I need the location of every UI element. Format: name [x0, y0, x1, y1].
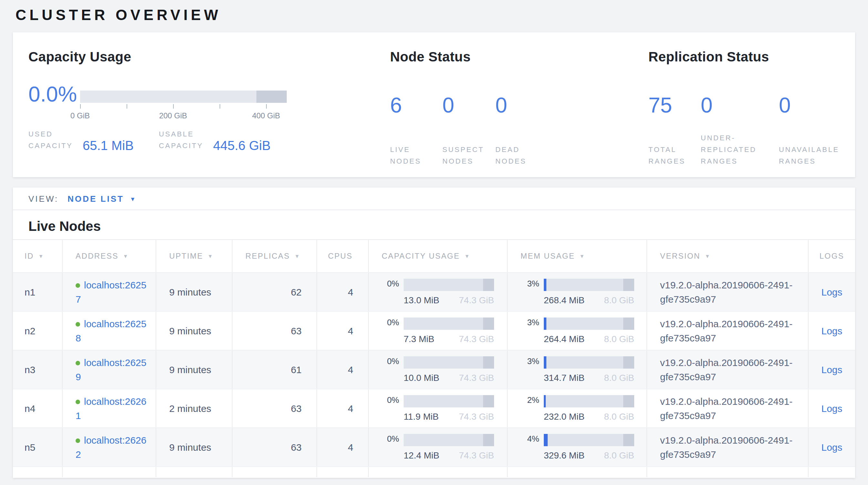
usable-capacity-value: 445.6 GiB [213, 139, 271, 152]
table-row: n5 localhost:26262 9 minutes 63 4 0% 12.… [13, 427, 855, 466]
used-capacity-stat: USED CAPACITY 65.1 MiB [28, 128, 134, 151]
node-replicas: 63 [232, 312, 317, 350]
logs-link[interactable]: Logs [821, 325, 842, 336]
total-ranges-label: TOTAL RANGES [648, 144, 686, 167]
node-replicas: 63 [232, 389, 317, 427]
node-replicas: 63 [232, 428, 317, 466]
capacity-bar-other-segment [256, 90, 287, 103]
column-header-uptime[interactable]: UPTIME▼ [156, 240, 232, 272]
view-selector-dropdown[interactable]: NODE LIST ▼ [67, 194, 135, 203]
column-header-cpus: CPUS [317, 240, 369, 272]
capacity-usage-bar [80, 90, 287, 103]
table-header-row: ID▼ ADDRESS▼ UPTIME▼ REPLICAS▼ CPUS CAPA… [13, 239, 855, 272]
node-version: v19.2.0-alpha.20190606-2491-gfe735c9a97 [660, 433, 798, 461]
capacity-bar [404, 395, 494, 407]
capacity-used-percent: 0.0% [28, 82, 77, 107]
node-cpus: 4 [317, 273, 369, 311]
node-replicas: 62 [232, 273, 317, 311]
mem-bar [544, 317, 634, 330]
column-header-version[interactable]: VERSION▼ [647, 240, 809, 272]
table-row: n2 localhost:26258 9 minutes 63 4 0% 7.3… [13, 311, 855, 350]
node-uptime: 2 minutes [156, 389, 232, 427]
suspect-nodes-count: 0 [442, 93, 454, 118]
node-uptime: 9 minutes [156, 312, 232, 350]
usable-capacity-label: USABLE CAPACITY [159, 128, 208, 151]
logs-link[interactable]: Logs [821, 442, 842, 453]
live-nodes-table: ID▼ ADDRESS▼ UPTIME▼ REPLICAS▼ CPUS CAPA… [13, 239, 855, 477]
column-header-replicas[interactable]: REPLICAS▼ [232, 240, 317, 272]
node-status-title: Node Status [390, 49, 629, 65]
page-title: CLUSTER OVERVIEW [16, 6, 221, 24]
used-capacity-label: USED CAPACITY [28, 128, 78, 151]
unavailable-ranges-stat: 0 UNAVAILABLE RANGES [779, 65, 855, 168]
node-replicas: 61 [232, 350, 317, 389]
axis-tick-400: 400 GiB [252, 111, 280, 120]
under-replicated-count: 0 [701, 93, 713, 118]
logs-link[interactable]: Logs [821, 403, 842, 414]
mem-usage-cell: 3% 264.4 MiB8.0 GiB [544, 317, 634, 344]
node-version: v19.2.0-alpha.20190606-2491-gfe735c9a97 [660, 278, 798, 306]
capacity-bar [404, 317, 494, 330]
sort-icon: ▼ [208, 253, 213, 259]
summary-card: Capacity Usage 0.0% 0 GiB 200 GiB 400 Gi… [13, 32, 855, 177]
logs-link[interactable]: Logs [821, 286, 842, 297]
replication-status-section: Replication Status 75 TOTAL RANGES 0 UND… [648, 49, 862, 152]
view-label: VIEW: [28, 194, 58, 203]
node-uptime: 9 minutes [156, 350, 232, 389]
sort-icon: ▼ [464, 253, 470, 259]
capacity-usage-chart: 0.0% 0 GiB 200 GiB 400 GiB [28, 83, 313, 121]
sort-icon: ▼ [705, 253, 711, 259]
live-status-dot [75, 399, 80, 404]
node-address-link[interactable]: localhost:26262 [75, 434, 147, 459]
node-address-link[interactable]: localhost:26261 [75, 395, 147, 421]
capacity-usage-cell: 0% 7.3 MiB74.3 GiB [404, 317, 494, 344]
column-header-id[interactable]: ID▼ [13, 240, 63, 272]
node-cpus: 4 [317, 389, 369, 427]
capacity-usage-title: Capacity Usage [28, 49, 377, 65]
unavailable-ranges-label: UNAVAILABLE RANGES [779, 144, 839, 167]
node-status-section: Node Status 6 LIVE NODES 0 SUSPECT NODES… [390, 49, 629, 152]
capacity-usage-cell: 0% 10.0 MiB74.3 GiB [404, 356, 494, 383]
live-status-dot [75, 283, 80, 287]
node-version: v19.2.0-alpha.20190606-2491-gfe735c9a97 [660, 317, 798, 345]
node-uptime: 9 minutes [156, 428, 232, 466]
table-row-partial [13, 466, 855, 477]
capacity-bar [404, 434, 494, 446]
node-id: n1 [13, 273, 63, 311]
dead-nodes-stat: 0 DEAD NODES [495, 65, 560, 168]
sort-icon: ▼ [38, 253, 44, 259]
used-capacity-value: 65.1 MiB [83, 139, 134, 152]
mem-usage-cell: 4% 329.6 MiB8.0 GiB [544, 434, 634, 460]
column-header-address[interactable]: ADDRESS▼ [63, 240, 156, 272]
node-id: n4 [13, 389, 63, 427]
node-uptime: 9 minutes [156, 273, 232, 311]
node-address-link[interactable]: localhost:26258 [75, 318, 147, 343]
suspect-nodes-stat: 0 SUSPECT NODES [442, 65, 495, 168]
axis-tick-200: 200 GiB [159, 111, 187, 120]
chevron-down-icon: ▼ [130, 196, 135, 202]
replication-status-title: Replication Status [648, 49, 862, 65]
usable-capacity-stat: USABLE CAPACITY 445.6 GiB [159, 128, 271, 151]
column-header-capacity-usage[interactable]: CAPACITY USAGE▼ [369, 240, 507, 272]
column-header-logs: LOGS [809, 240, 855, 272]
node-version: v19.2.0-alpha.20190606-2491-gfe735c9a97 [660, 394, 798, 423]
cluster-overview-page: CLUSTER OVERVIEW Capacity Usage 0.0% 0 G… [0, 0, 868, 485]
logs-link[interactable]: Logs [821, 364, 842, 375]
column-header-mem-usage[interactable]: MEM USAGE▼ [507, 240, 647, 272]
table-row: n4 localhost:26261 2 minutes 63 4 0% 11.… [13, 389, 855, 427]
live-status-dot [75, 361, 80, 365]
table-row: n1 localhost:26257 9 minutes 62 4 0% 13.… [13, 272, 855, 311]
mem-bar [544, 356, 634, 369]
live-nodes-title: Live Nodes [28, 219, 855, 234]
live-status-dot [75, 438, 80, 443]
node-cpus: 4 [317, 428, 369, 466]
node-id: n2 [13, 312, 63, 350]
node-cpus: 4 [317, 350, 369, 389]
mem-bar [544, 279, 634, 291]
node-address-link[interactable]: localhost:26259 [75, 356, 147, 382]
node-id: n5 [13, 428, 63, 466]
node-version: v19.2.0-alpha.20190606-2491-gfe735c9a97 [660, 355, 798, 384]
node-address-link[interactable]: localhost:26257 [75, 279, 147, 304]
capacity-bar [404, 279, 494, 291]
live-nodes-count: 6 [390, 93, 402, 118]
